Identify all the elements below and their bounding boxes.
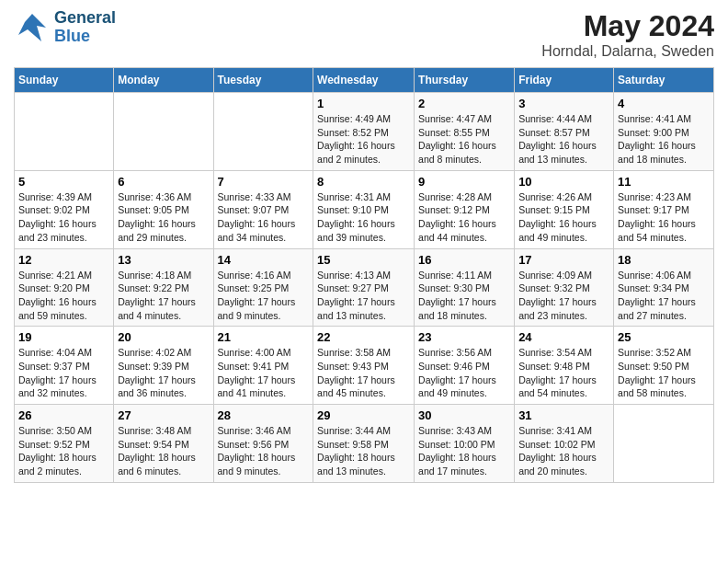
day-number: 1: [317, 97, 410, 110]
calendar-cell: 8Sunrise: 4:31 AMSunset: 9:10 PMDaylight…: [313, 170, 415, 248]
logo-blue: Blue: [54, 27, 90, 45]
day-number: 28: [218, 408, 310, 422]
day-info: Sunrise: 4:21 AMSunset: 9:20 PMDaylight:…: [18, 269, 109, 323]
calendar-cell: 22Sunrise: 3:58 AMSunset: 9:43 PMDayligh…: [313, 327, 415, 405]
day-number: 13: [118, 253, 209, 267]
day-number: 6: [118, 175, 209, 189]
calendar-cell: 4Sunrise: 4:41 AMSunset: 9:00 PMDaylight…: [614, 93, 714, 171]
day-info: Sunrise: 4:28 AMSunset: 9:12 PMDaylight:…: [418, 190, 510, 245]
day-info: Sunrise: 4:09 AMSunset: 9:32 PMDaylight:…: [518, 269, 609, 323]
header-monday: Monday: [114, 68, 213, 93]
day-info: Sunrise: 4:04 AMSunset: 9:37 PMDaylight:…: [18, 346, 109, 400]
calendar-cell: 27Sunrise: 3:48 AMSunset: 9:54 PMDayligh…: [114, 405, 213, 483]
day-info: Sunrise: 4:33 AMSunset: 9:07 PMDaylight:…: [218, 190, 310, 245]
logo-icon: [14, 9, 51, 46]
calendar-cell: 12Sunrise: 4:21 AMSunset: 9:20 PMDayligh…: [15, 248, 114, 327]
day-number: 12: [18, 253, 109, 267]
day-info: Sunrise: 3:46 AMSunset: 9:56 PMDaylight:…: [218, 424, 310, 478]
header-tuesday: Tuesday: [213, 68, 313, 93]
logo: General Blue: [14, 9, 116, 46]
calendar-cell: 14Sunrise: 4:16 AMSunset: 9:25 PMDayligh…: [213, 248, 313, 327]
calendar-cell: 2Sunrise: 4:47 AMSunset: 8:55 PMDaylight…: [415, 93, 515, 171]
calendar-cell: 3Sunrise: 4:44 AMSunset: 8:57 PMDaylight…: [515, 93, 614, 171]
week-row-4: 19Sunrise: 4:04 AMSunset: 9:37 PMDayligh…: [15, 327, 714, 405]
logo-text-block: General Blue: [54, 9, 116, 46]
header-saturday: Saturday: [614, 68, 714, 93]
day-info: Sunrise: 3:48 AMSunset: 9:54 PMDaylight:…: [118, 424, 209, 478]
day-number: 19: [18, 330, 109, 344]
day-info: Sunrise: 3:56 AMSunset: 9:46 PMDaylight:…: [418, 346, 510, 400]
day-number: 16: [418, 253, 510, 267]
day-info: Sunrise: 3:58 AMSunset: 9:43 PMDaylight:…: [317, 346, 410, 400]
day-number: 31: [518, 408, 609, 422]
calendar-cell: 11Sunrise: 4:23 AMSunset: 9:17 PMDayligh…: [614, 170, 714, 248]
day-info: Sunrise: 4:23 AMSunset: 9:17 PMDaylight:…: [618, 190, 710, 245]
day-info: Sunrise: 4:16 AMSunset: 9:25 PMDaylight:…: [218, 269, 310, 323]
calendar-cell: 10Sunrise: 4:26 AMSunset: 9:15 PMDayligh…: [515, 170, 614, 248]
day-number: 23: [418, 330, 510, 344]
day-number: 29: [317, 408, 410, 422]
calendar-cell: 19Sunrise: 4:04 AMSunset: 9:37 PMDayligh…: [15, 327, 114, 405]
calendar-cell: 7Sunrise: 4:33 AMSunset: 9:07 PMDaylight…: [213, 170, 313, 248]
day-number: 25: [618, 330, 710, 344]
day-info: Sunrise: 4:13 AMSunset: 9:27 PMDaylight:…: [317, 269, 410, 323]
day-info: Sunrise: 3:52 AMSunset: 9:50 PMDaylight:…: [618, 346, 710, 400]
calendar-table: SundayMondayTuesdayWednesdayThursdayFrid…: [14, 67, 714, 483]
calendar-cell: 17Sunrise: 4:09 AMSunset: 9:32 PMDayligh…: [515, 248, 614, 327]
day-number: 5: [18, 175, 109, 189]
calendar-cell: [614, 405, 714, 483]
calendar-cell: 21Sunrise: 4:00 AMSunset: 9:41 PMDayligh…: [213, 327, 313, 405]
header-sunday: Sunday: [15, 68, 114, 93]
calendar-cell: 13Sunrise: 4:18 AMSunset: 9:22 PMDayligh…: [114, 248, 213, 327]
calendar-cell: 26Sunrise: 3:50 AMSunset: 9:52 PMDayligh…: [15, 405, 114, 483]
day-info: Sunrise: 4:06 AMSunset: 9:34 PMDaylight:…: [618, 269, 710, 323]
page-header: General Blue May 2024 Horndal, Dalarna, …: [14, 9, 714, 60]
day-number: 3: [518, 97, 609, 110]
calendar-cell: 6Sunrise: 4:36 AMSunset: 9:05 PMDaylight…: [114, 170, 213, 248]
calendar-cell: 30Sunrise: 3:43 AMSunset: 10:00 PMDaylig…: [415, 405, 515, 483]
day-number: 9: [418, 175, 510, 189]
day-info: Sunrise: 3:44 AMSunset: 9:58 PMDaylight:…: [317, 424, 410, 478]
calendar-cell: 18Sunrise: 4:06 AMSunset: 9:34 PMDayligh…: [614, 248, 714, 327]
day-number: 26: [18, 408, 109, 422]
day-number: 24: [518, 330, 609, 344]
week-row-3: 12Sunrise: 4:21 AMSunset: 9:20 PMDayligh…: [15, 248, 714, 327]
calendar-cell: 5Sunrise: 4:39 AMSunset: 9:02 PMDaylight…: [15, 170, 114, 248]
calendar-cell: 20Sunrise: 4:02 AMSunset: 9:39 PMDayligh…: [114, 327, 213, 405]
calendar-body: 1Sunrise: 4:49 AMSunset: 8:52 PMDaylight…: [15, 93, 714, 483]
svg-marker-0: [18, 14, 46, 41]
day-info: Sunrise: 4:26 AMSunset: 9:15 PMDaylight:…: [518, 190, 609, 245]
week-row-5: 26Sunrise: 3:50 AMSunset: 9:52 PMDayligh…: [15, 405, 714, 483]
day-number: 27: [118, 408, 209, 422]
day-info: Sunrise: 4:49 AMSunset: 8:52 PMDaylight:…: [317, 112, 410, 167]
calendar-cell: 9Sunrise: 4:28 AMSunset: 9:12 PMDaylight…: [415, 170, 515, 248]
calendar-cell: 1Sunrise: 4:49 AMSunset: 8:52 PMDaylight…: [313, 93, 415, 171]
day-info: Sunrise: 4:39 AMSunset: 9:02 PMDaylight:…: [18, 190, 109, 245]
calendar-cell: 15Sunrise: 4:13 AMSunset: 9:27 PMDayligh…: [313, 248, 415, 327]
day-info: Sunrise: 3:41 AMSunset: 10:02 PMDaylight…: [518, 424, 609, 478]
day-info: Sunrise: 4:44 AMSunset: 8:57 PMDaylight:…: [518, 112, 609, 167]
calendar-cell: 28Sunrise: 3:46 AMSunset: 9:56 PMDayligh…: [213, 405, 313, 483]
calendar-cell: [213, 93, 313, 171]
day-number: 8: [317, 175, 410, 189]
day-number: 14: [218, 253, 310, 267]
day-number: 18: [618, 253, 710, 267]
day-number: 17: [518, 253, 609, 267]
day-number: 4: [618, 97, 710, 110]
calendar-cell: [114, 93, 213, 171]
day-number: 10: [518, 175, 609, 189]
week-row-2: 5Sunrise: 4:39 AMSunset: 9:02 PMDaylight…: [15, 170, 714, 248]
day-info: Sunrise: 3:54 AMSunset: 9:48 PMDaylight:…: [518, 346, 609, 400]
calendar-cell: 25Sunrise: 3:52 AMSunset: 9:50 PMDayligh…: [614, 327, 714, 405]
day-number: 30: [418, 408, 510, 422]
day-info: Sunrise: 4:41 AMSunset: 9:00 PMDaylight:…: [618, 112, 710, 167]
calendar-header: SundayMondayTuesdayWednesdayThursdayFrid…: [15, 68, 714, 93]
calendar-cell: 23Sunrise: 3:56 AMSunset: 9:46 PMDayligh…: [415, 327, 515, 405]
calendar-cell: 24Sunrise: 3:54 AMSunset: 9:48 PMDayligh…: [515, 327, 614, 405]
day-info: Sunrise: 3:50 AMSunset: 9:52 PMDaylight:…: [18, 424, 109, 478]
day-info: Sunrise: 4:02 AMSunset: 9:39 PMDaylight:…: [118, 346, 209, 400]
day-number: 22: [317, 330, 410, 344]
day-number: 15: [317, 253, 410, 267]
header-wednesday: Wednesday: [313, 68, 415, 93]
day-info: Sunrise: 3:43 AMSunset: 10:00 PMDaylight…: [418, 424, 510, 478]
